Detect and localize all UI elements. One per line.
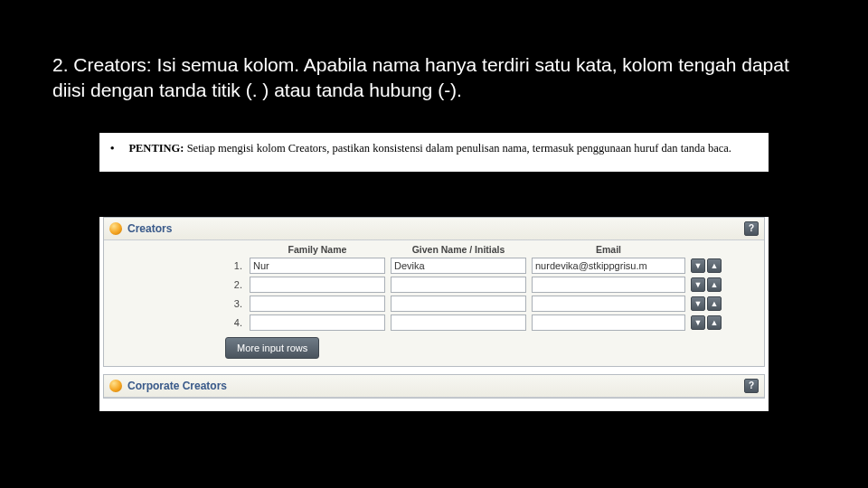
header-email: Email bbox=[532, 244, 685, 255]
bullet-dot: • bbox=[110, 142, 114, 155]
bullet-icon bbox=[109, 222, 122, 235]
more-input-rows-button[interactable]: More input rows bbox=[225, 337, 319, 359]
help-icon[interactable]: ? bbox=[744, 221, 759, 236]
family-name-input[interactable] bbox=[250, 258, 385, 274]
header-given: Given Name / Initials bbox=[391, 244, 526, 255]
given-name-input[interactable] bbox=[391, 258, 526, 274]
corporate-creators-section: Corporate Creators ? bbox=[103, 374, 765, 399]
table-row: 3. ▼ ▲ bbox=[111, 296, 757, 312]
table-row: 4. ▼ ▲ bbox=[111, 314, 757, 331]
move-up-icon[interactable]: ▲ bbox=[707, 315, 722, 330]
given-name-input[interactable] bbox=[391, 314, 526, 331]
email-input[interactable] bbox=[532, 258, 685, 274]
slide-heading: 2. Creators: Isi semua kolom. Apabila na… bbox=[0, 0, 868, 111]
family-name-input[interactable] bbox=[250, 296, 385, 312]
row-number: 2. bbox=[136, 279, 244, 290]
table-row: 1. ▼ ▲ bbox=[111, 258, 757, 274]
move-down-icon[interactable]: ▼ bbox=[691, 296, 705, 311]
email-input[interactable] bbox=[532, 296, 685, 312]
family-name-input[interactable] bbox=[250, 314, 385, 331]
creators-body: Family Name Given Name / Initials Email … bbox=[104, 240, 764, 366]
table-row: 2. ▼ ▲ bbox=[111, 277, 757, 293]
creators-header: Creators ? bbox=[104, 218, 764, 240]
family-name-input[interactable] bbox=[250, 277, 385, 293]
move-down-icon[interactable]: ▼ bbox=[691, 258, 705, 273]
bullet-icon bbox=[109, 380, 122, 392]
row-number: 1. bbox=[136, 260, 244, 271]
move-up-icon[interactable]: ▲ bbox=[707, 258, 722, 273]
note-text: PENTING: Setiap mengisi kolom Creators, … bbox=[128, 142, 731, 155]
move-up-icon[interactable]: ▲ bbox=[707, 277, 722, 292]
creators-section: Creators ? Family Name Given Name / Init… bbox=[103, 217, 765, 367]
move-up-icon[interactable]: ▲ bbox=[707, 296, 722, 311]
note-box: • PENTING: Setiap mengisi kolom Creators… bbox=[99, 133, 769, 172]
given-name-input[interactable] bbox=[391, 277, 526, 293]
creators-title: Creators bbox=[127, 222, 172, 235]
creators-col-headers: Family Name Given Name / Initials Email bbox=[111, 244, 757, 255]
email-input[interactable] bbox=[532, 314, 685, 331]
row-number: 3. bbox=[136, 298, 244, 309]
corporate-creators-header: Corporate Creators ? bbox=[104, 375, 764, 398]
move-down-icon[interactable]: ▼ bbox=[691, 277, 705, 292]
row-number: 4. bbox=[136, 317, 244, 328]
form-panel: Creators ? Family Name Given Name / Init… bbox=[99, 217, 769, 411]
move-down-icon[interactable]: ▼ bbox=[691, 315, 705, 330]
email-input[interactable] bbox=[532, 277, 685, 293]
help-icon[interactable]: ? bbox=[744, 379, 759, 393]
header-family: Family Name bbox=[250, 244, 385, 255]
corporate-creators-title: Corporate Creators bbox=[127, 380, 227, 392]
given-name-input[interactable] bbox=[391, 296, 526, 312]
